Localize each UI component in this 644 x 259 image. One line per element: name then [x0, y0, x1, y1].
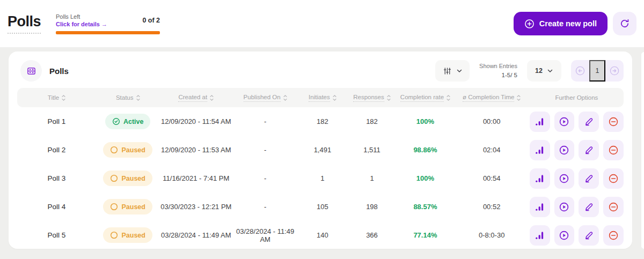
status-badge[interactable]: Paused	[103, 199, 152, 214]
table-row: Poll 5 Paused 03/28/2024 - 11:49 AM 03/2…	[17, 221, 624, 249]
sort-icon[interactable]	[333, 95, 336, 101]
sort-icon[interactable]	[447, 95, 450, 101]
create-new-poll-button[interactable]: Create new poll	[514, 12, 608, 35]
remove-circle-icon	[608, 202, 619, 212]
adjacent-card-edge	[641, 52, 644, 249]
bar-chart-icon	[535, 145, 545, 155]
play-button[interactable]	[554, 112, 575, 132]
completion-time: 00:54	[454, 174, 530, 182]
statistics-button[interactable]	[530, 168, 550, 189]
status-badge[interactable]: Paused	[103, 171, 152, 186]
statistics-button[interactable]	[530, 197, 550, 217]
column-header[interactable]: Created at	[160, 94, 233, 102]
responses: 1,511	[347, 146, 397, 154]
plus-circle-icon	[524, 19, 535, 29]
remove-circle-icon	[608, 173, 619, 184]
edit-button[interactable]	[579, 140, 599, 160]
next-page-button[interactable]	[605, 60, 624, 82]
polls-left-progress-fill	[56, 31, 160, 34]
status-badge[interactable]: Paused	[103, 227, 152, 243]
edit-button[interactable]	[579, 225, 599, 246]
column-header[interactable]: Title	[17, 94, 96, 101]
sort-icon[interactable]	[387, 95, 391, 101]
edit-button[interactable]	[579, 168, 599, 189]
table-header-row: Title Status Created at Published On	[17, 88, 624, 107]
table-row: Poll 4 Paused 03/30/2023 - 12:21 PM - 10…	[17, 193, 624, 221]
refresh-button[interactable]	[613, 12, 636, 35]
created-at: 03/30/2023 - 12:21 PM	[160, 203, 233, 211]
row-actions	[530, 197, 624, 217]
column-label: Responses	[353, 94, 384, 102]
delete-button[interactable]	[603, 112, 624, 132]
edit-button[interactable]	[579, 112, 599, 132]
column-header[interactable]: Further Options	[530, 94, 624, 101]
polls-card-icon-circle	[20, 60, 42, 82]
status-label: Paused	[121, 146, 145, 154]
status-badge[interactable]: Active	[105, 114, 151, 129]
poll-title: Poll 1	[17, 117, 96, 125]
shown-entries: Shown Entries 1-5/ 5	[479, 62, 517, 80]
column-header[interactable]: Completion rate	[397, 94, 453, 102]
delete-button[interactable]	[603, 197, 624, 217]
column-label: Status	[116, 94, 134, 101]
page-size-select[interactable]: 12	[527, 60, 561, 82]
row-actions	[530, 225, 624, 246]
sort-icon[interactable]	[62, 95, 65, 101]
column-header[interactable]: Status	[96, 94, 160, 101]
responses: 1	[347, 174, 397, 182]
published-on: 03/28/2024 - 11:49 AM	[232, 227, 298, 243]
chevron-down-icon	[547, 68, 553, 74]
sliders-icon	[443, 66, 452, 76]
column-header[interactable]: ø Completion Time	[454, 94, 530, 102]
delete-button[interactable]	[603, 225, 624, 246]
play-circle-icon	[559, 202, 569, 212]
row-actions	[530, 112, 624, 132]
column-header[interactable]: Responses	[347, 94, 397, 102]
status-label: Active	[123, 118, 144, 125]
previous-page-button[interactable]	[571, 60, 589, 82]
created-at: 11/16/2021 - 7:41 PM	[160, 174, 233, 182]
responses: 198	[347, 203, 397, 211]
statistics-button[interactable]	[530, 112, 550, 132]
play-circle-icon	[559, 173, 569, 184]
created-at: 12/09/2020 - 11:53 AM	[160, 146, 233, 154]
filter-columns-button[interactable]	[435, 60, 470, 82]
column-label: Title	[48, 94, 59, 101]
published-on: -	[232, 174, 298, 182]
sort-icon[interactable]	[136, 95, 140, 101]
sort-icon[interactable]	[283, 95, 287, 101]
bar-chart-icon	[535, 202, 545, 212]
polls-left-count: 0 of 2	[142, 17, 160, 24]
polls-left-widget: Polls Left Click for details → 0 of 2	[56, 13, 160, 34]
polls-left-details-link[interactable]: Click for details →	[56, 21, 107, 27]
table-row: Poll 2 Paused 12/09/2020 - 11:53 AM - 1,…	[17, 136, 624, 164]
page-number-button[interactable]: 1	[589, 60, 605, 82]
status-badge[interactable]: Paused	[103, 142, 152, 158]
play-button[interactable]	[554, 225, 575, 246]
bar-chart-icon	[535, 173, 545, 183]
completion-time: 00:00	[454, 117, 530, 125]
table-row: Poll 3 Paused 11/16/2021 - 7:41 PM - 1 1…	[17, 164, 624, 193]
play-circle-icon	[559, 230, 569, 241]
play-button[interactable]	[554, 197, 575, 217]
sort-icon[interactable]	[210, 95, 214, 101]
column-header[interactable]: Published On	[232, 94, 298, 102]
edit-button[interactable]	[579, 197, 599, 217]
status-paused-icon	[110, 174, 118, 182]
row-actions	[530, 168, 624, 189]
completion-time: 00:52	[454, 203, 530, 211]
statistics-button[interactable]	[530, 225, 550, 246]
delete-button[interactable]	[603, 168, 624, 189]
play-circle-icon	[559, 145, 569, 156]
bar-chart-icon	[535, 116, 545, 127]
statistics-button[interactable]	[530, 140, 550, 160]
published-on: -	[232, 203, 298, 211]
completion-rate: 100%	[397, 117, 453, 125]
sort-icon[interactable]	[517, 95, 521, 101]
column-header[interactable]: Initiates	[298, 94, 347, 102]
card-title: Polls	[49, 66, 69, 76]
play-button[interactable]	[554, 140, 575, 160]
delete-button[interactable]	[603, 140, 624, 160]
play-button[interactable]	[554, 168, 575, 189]
edit-pencil-icon	[584, 173, 594, 183]
